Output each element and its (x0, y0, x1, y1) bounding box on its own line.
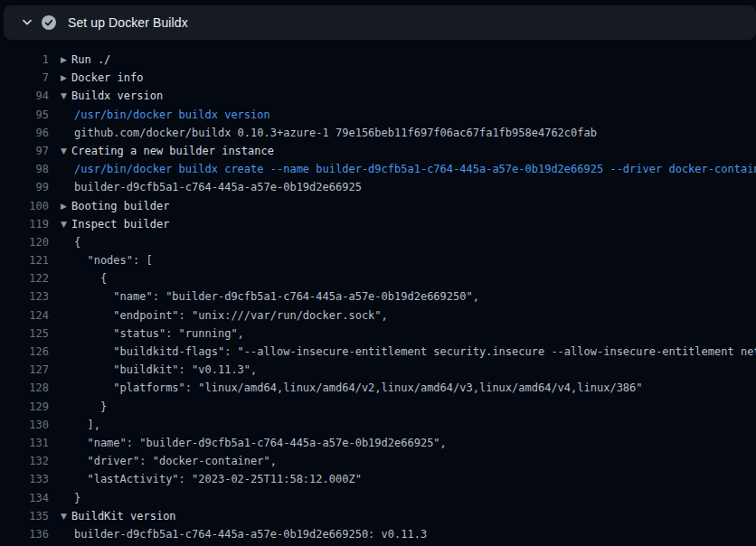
line-number[interactable]: 7 (0, 69, 49, 87)
line-number[interactable]: 131 (0, 434, 49, 452)
gutter-spacer (49, 361, 74, 379)
group-title[interactable]: BuildKit version (71, 507, 756, 525)
log-line-text: "name": "builder-d9cfb5a1-c764-445a-a57e… (74, 434, 756, 452)
chevron-down-icon[interactable] (21, 16, 33, 29)
log-row[interactable]: 119▼Inspect builder (0, 215, 756, 233)
triangle-right-icon[interactable]: ▶ (49, 197, 74, 215)
log-row: 130 ], (0, 416, 756, 434)
check-circle-icon (42, 15, 56, 30)
log-line-text: "buildkit": "v0.11.3", (74, 361, 756, 379)
group-title[interactable]: Docker info (71, 69, 756, 87)
log-row: 121 "nodes": [ (0, 251, 756, 269)
log-row: 95/usr/bin/docker buildx version (0, 106, 756, 124)
gutter-spacer (49, 160, 74, 178)
gutter-spacer (49, 178, 74, 196)
triangle-down-icon[interactable]: ▼ (49, 87, 74, 105)
log-row[interactable]: 94▼Buildx version (0, 87, 756, 105)
line-number[interactable]: 121 (0, 251, 49, 269)
line-number[interactable]: 95 (0, 106, 49, 124)
log-line-text: "name": "builder-d9cfb5a1-c764-445a-a57e… (74, 287, 756, 306)
line-number[interactable]: 127 (0, 361, 49, 379)
log-line-text: /usr/bin/docker buildx version (74, 106, 756, 124)
log-row: 96github.com/docker/buildx 0.10.3+azure-… (0, 124, 756, 142)
log-line-text: builder-d9cfb5a1-c764-445a-a57e-0b19d2e6… (74, 178, 756, 196)
line-number[interactable]: 1 (0, 51, 49, 69)
log-row: 131 "name": "builder-d9cfb5a1-c764-445a-… (0, 434, 756, 452)
gutter-spacer (49, 251, 74, 269)
log-line-text: "nodes": [ (74, 251, 756, 269)
line-number[interactable]: 97 (0, 142, 49, 160)
line-number[interactable]: 120 (0, 233, 49, 251)
line-number[interactable]: 100 (0, 197, 49, 215)
log-line-text: /usr/bin/docker buildx create --name bui… (74, 160, 756, 178)
gutter-spacer (49, 379, 74, 397)
gutter-spacer (49, 124, 74, 142)
log-row: 126 "buildkitd-flags": "--allow-insecure… (0, 343, 756, 361)
line-number[interactable]: 135 (0, 507, 49, 525)
log-row: 127 "buildkit": "v0.11.3", (0, 361, 756, 379)
log-line-text: "status": "running", (74, 325, 756, 343)
line-number[interactable]: 128 (0, 379, 49, 397)
line-number[interactable]: 134 (0, 489, 49, 507)
line-number[interactable]: 123 (0, 287, 49, 306)
log-line-text: { (74, 233, 756, 251)
log-row: 123 "name": "builder-d9cfb5a1-c764-445a-… (0, 287, 756, 306)
log-row: 132 "driver": "docker-container", (0, 452, 756, 470)
triangle-right-icon[interactable]: ▶ (49, 51, 74, 69)
log-row[interactable]: 7▶Docker info (0, 69, 756, 87)
log-row: 125 "status": "running", (0, 325, 756, 343)
group-title[interactable]: Creating a new builder instance (71, 142, 756, 160)
gutter-spacer (49, 106, 74, 124)
step-title: Set up Docker Buildx (68, 15, 188, 30)
log-row[interactable]: 1▶Run ./ (0, 51, 756, 69)
line-number[interactable]: 136 (0, 525, 49, 543)
gutter-spacer (49, 489, 74, 507)
line-number[interactable]: 130 (0, 416, 49, 434)
log-line-text: "buildkitd-flags": "--allow-insecure-ent… (74, 343, 756, 361)
log-line-text: builder-d9cfb5a1-c764-445a-a57e-0b19d2e6… (74, 525, 756, 543)
gutter-spacer (49, 325, 74, 343)
line-number[interactable]: 94 (0, 87, 49, 105)
line-number[interactable]: 132 (0, 452, 49, 470)
log-line-text: } (74, 489, 756, 507)
log-row[interactable]: 100▶Booting builder (0, 197, 756, 215)
gutter-spacer (49, 306, 74, 325)
gutter-spacer (49, 233, 74, 251)
gutter-spacer (49, 525, 74, 543)
triangle-down-icon[interactable]: ▼ (49, 142, 74, 160)
log-line-text: } (74, 398, 756, 416)
line-number[interactable]: 99 (0, 178, 49, 196)
group-title[interactable]: Booting builder (71, 197, 756, 215)
line-number[interactable]: 119 (0, 215, 49, 233)
gutter-spacer (49, 287, 74, 306)
gutter-spacer (49, 416, 74, 434)
log-line-text: { (74, 269, 756, 287)
group-title[interactable]: Buildx version (71, 87, 756, 105)
log-row[interactable]: 97▼Creating a new builder instance (0, 142, 756, 160)
line-number[interactable]: 96 (0, 124, 49, 142)
line-number[interactable]: 133 (0, 470, 49, 488)
step-header[interactable]: Set up Docker Buildx (4, 5, 756, 40)
line-number[interactable]: 122 (0, 269, 49, 287)
line-number[interactable]: 129 (0, 398, 49, 416)
triangle-right-icon[interactable]: ▶ (49, 69, 74, 87)
log-row: 129 } (0, 398, 756, 416)
triangle-down-icon[interactable]: ▼ (49, 215, 74, 233)
triangle-down-icon[interactable]: ▼ (49, 507, 74, 525)
line-number[interactable]: 124 (0, 306, 49, 325)
log-line-text: "driver": "docker-container", (74, 452, 756, 470)
line-number[interactable]: 126 (0, 343, 49, 361)
log-row: 136builder-d9cfb5a1-c764-445a-a57e-0b19d… (0, 525, 756, 543)
line-number[interactable]: 125 (0, 325, 49, 343)
log-line-text: ], (74, 416, 756, 434)
group-title[interactable]: Inspect builder (71, 215, 756, 233)
log-row[interactable]: 135▼BuildKit version (0, 507, 756, 525)
log-row: 124 "endpoint": "unix:///var/run/docker.… (0, 306, 756, 325)
group-title[interactable]: Run ./ (71, 51, 756, 69)
gutter-spacer (49, 343, 74, 361)
log-row: 133 "lastActivity": "2023-02-25T11:58:12… (0, 470, 756, 488)
log-line-text: "lastActivity": "2023-02-25T11:58:12.000… (74, 470, 756, 488)
log-row: 134} (0, 489, 756, 507)
log-row: 120{ (0, 233, 756, 251)
line-number[interactable]: 98 (0, 160, 49, 178)
